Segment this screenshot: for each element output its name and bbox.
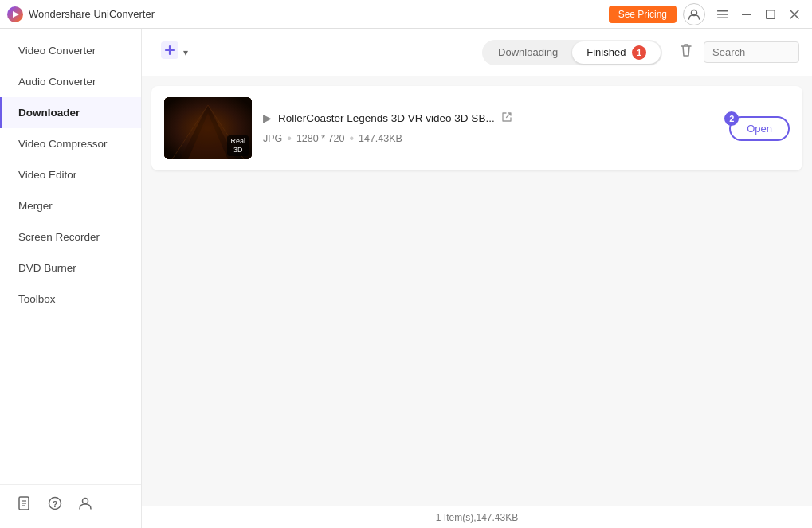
main-content: ▾ Downloading Finished 1 <box>142 29 812 528</box>
menu-icon <box>717 9 728 20</box>
file-thumbnail: Real 3D <box>164 97 252 159</box>
svg-rect-7 <box>767 10 775 18</box>
chevron-down-icon: ▾ <box>183 47 188 58</box>
sidebar-footer: ? <box>0 484 141 522</box>
add-download-button[interactable]: ▾ <box>155 37 193 68</box>
file-type-icon: ▶ <box>263 111 272 124</box>
sidebar-item-audio-converter[interactable]: Audio Converter <box>0 66 141 97</box>
person-icon[interactable] <box>76 495 94 512</box>
sidebar-item-toolbox[interactable]: Toolbox <box>0 284 141 315</box>
minimize-button[interactable] <box>736 3 758 25</box>
app-body: Video Converter Audio Converter Download… <box>0 29 812 528</box>
sidebar-item-dvd-burner[interactable]: DVD Burner <box>0 252 141 284</box>
menu-button[interactable] <box>712 3 734 25</box>
external-link-icon[interactable] <box>501 111 512 125</box>
tab-finished[interactable]: Finished 1 <box>572 41 661 64</box>
thumbnail-label: Real 3D <box>227 135 249 156</box>
file-size: 147.43KB <box>359 133 402 144</box>
open-button[interactable]: 2 Open <box>729 116 790 141</box>
file-resolution: 1280 * 720 <box>296 133 344 144</box>
finished-badge: 1 <box>632 45 646 60</box>
sidebar-item-merger[interactable]: Merger <box>0 190 141 221</box>
minimize-icon <box>742 10 751 19</box>
file-name-row: ▶ RollerCoaster Legends 3D VR video 3D S… <box>263 111 718 125</box>
separator-2: • <box>349 131 354 146</box>
search-input[interactable] <box>704 41 799 63</box>
see-pricing-button[interactable]: See Pricing <box>609 6 677 23</box>
file-meta: JPG • 1280 * 720 • 147.43KB <box>263 131 718 146</box>
open-button-label: Open <box>747 123 772 135</box>
app-logo-icon <box>6 6 24 23</box>
user-icon <box>688 8 700 21</box>
sidebar-nav: Video Converter Audio Converter Download… <box>0 35 141 484</box>
svg-rect-3 <box>717 10 728 12</box>
tab-downloading[interactable]: Downloading <box>484 42 572 62</box>
close-icon <box>790 10 799 19</box>
title-bar: Wondershare UniConverter See Pricing <box>0 0 812 29</box>
svg-rect-4 <box>717 14 728 15</box>
book-icon[interactable] <box>16 495 33 512</box>
file-actions: 2 Open <box>729 116 790 141</box>
tabs-container: Downloading Finished 1 <box>482 40 662 65</box>
content-area: Real 3D ▶ RollerCoaster Legends 3D VR vi… <box>142 76 812 506</box>
separator-1: • <box>287 131 292 146</box>
svg-rect-6 <box>742 14 751 15</box>
svg-point-16 <box>83 499 88 504</box>
status-text: 1 Item(s),147.43KB <box>436 512 518 523</box>
file-format: JPG <box>263 133 282 144</box>
open-badge: 2 <box>724 111 739 126</box>
close-button[interactable] <box>783 3 806 25</box>
sidebar-item-downloader[interactable]: Downloader <box>0 97 141 128</box>
sidebar: Video Converter Audio Converter Download… <box>0 29 142 528</box>
sidebar-item-video-compressor[interactable]: Video Compressor <box>0 128 141 159</box>
file-card: Real 3D ▶ RollerCoaster Legends 3D VR vi… <box>151 86 802 170</box>
window-controls <box>712 3 806 25</box>
maximize-button[interactable] <box>759 3 782 25</box>
file-info: ▶ RollerCoaster Legends 3D VR video 3D S… <box>263 111 718 146</box>
svg-rect-5 <box>717 17 728 18</box>
user-avatar[interactable] <box>683 3 705 25</box>
file-name: RollerCoaster Legends 3D VR video 3D SB.… <box>278 112 495 124</box>
sidebar-item-screen-recorder[interactable]: Screen Recorder <box>0 221 141 252</box>
svg-text:?: ? <box>53 499 58 509</box>
app-logo: Wondershare UniConverter <box>6 6 609 23</box>
delete-button[interactable] <box>675 39 697 65</box>
toolbar: ▾ Downloading Finished 1 <box>142 29 812 76</box>
sidebar-item-video-converter[interactable]: Video Converter <box>0 35 141 66</box>
status-bar: 1 Item(s),147.43KB <box>142 506 812 528</box>
add-icon <box>159 40 180 65</box>
maximize-icon <box>766 10 775 19</box>
sidebar-item-video-editor[interactable]: Video Editor <box>0 159 141 190</box>
app-title: Wondershare UniConverter <box>29 8 155 20</box>
help-icon[interactable]: ? <box>46 495 64 512</box>
